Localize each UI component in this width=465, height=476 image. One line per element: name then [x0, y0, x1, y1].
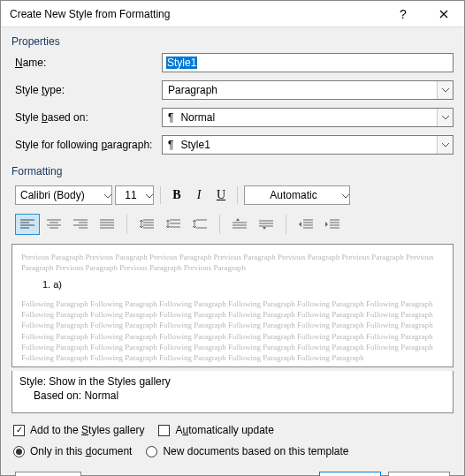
align-center-button[interactable] [42, 214, 66, 235]
new-documents-radio[interactable]: New documents based on this template [146, 445, 348, 457]
following-paragraph-combo[interactable]: ¶Style1 [162, 135, 454, 155]
align-left-icon [20, 219, 34, 230]
align-justify-icon [100, 219, 114, 230]
space-before-dec-button[interactable] [254, 214, 278, 235]
line-spacing-icon [140, 218, 154, 230]
style-description: Style: Show in the Styles gallery Based … [11, 371, 454, 413]
spacing-2-button[interactable] [187, 214, 212, 235]
preview-previous: Previous Paragraph Previous Paragraph Pr… [21, 252, 444, 273]
decrease-indent-icon [299, 218, 313, 230]
spacing-1-button[interactable] [134, 214, 159, 235]
para-space-icon [232, 218, 247, 230]
based-on-combo[interactable]: ¶Normal [162, 108, 454, 127]
add-to-gallery-checkbox[interactable]: ✓ Add to the Styles gallery [13, 424, 144, 436]
only-this-document-radio[interactable]: Only in this document [13, 445, 132, 457]
style-type-combo[interactable]: Paragraph [162, 80, 454, 100]
create-style-dialog: Create New Style from Formatting ? Prope… [0, 0, 465, 476]
chevron-down-icon[interactable] [342, 189, 349, 201]
name-input[interactable]: Style1 [162, 53, 454, 72]
align-center-icon [47, 219, 61, 230]
format-button[interactable]: Format [15, 472, 81, 476]
align-right-button[interactable] [68, 214, 93, 235]
line-spacing-icon [193, 218, 207, 230]
font-combo[interactable]: Calibri (Body) [15, 185, 112, 205]
chevron-down-icon[interactable] [146, 189, 153, 201]
properties-heading: Properties [11, 35, 454, 48]
increase-indent-button[interactable] [320, 214, 345, 235]
align-right-icon [73, 219, 88, 230]
decrease-indent-button[interactable] [293, 214, 318, 235]
chevron-down-icon[interactable] [437, 81, 453, 99]
name-label: Name: [11, 57, 162, 69]
line-spacing-icon [166, 218, 180, 230]
italic-button[interactable]: I [189, 185, 209, 205]
bold-button[interactable]: B [167, 185, 187, 205]
chevron-down-icon[interactable] [437, 109, 453, 126]
font-size-combo[interactable]: 11 [115, 185, 154, 205]
preview-sample: 1. a) [42, 278, 444, 291]
style-type-label: Style type: [11, 84, 162, 96]
chevron-down-icon[interactable] [104, 189, 111, 201]
font-color-combo[interactable]: Automatic [244, 185, 350, 205]
titlebar: Create New Style from Formatting ? [1, 1, 464, 27]
align-left-button[interactable] [15, 214, 40, 235]
preview-pane: Previous Paragraph Previous Paragraph Pr… [11, 244, 454, 367]
spacing-1.5-button[interactable] [161, 214, 186, 235]
preview-following: Following Paragraph Following Paragraph … [21, 298, 444, 363]
increase-indent-icon [325, 218, 339, 230]
dialog-title: Create New Style from Formatting [10, 8, 383, 20]
close-button[interactable] [423, 1, 464, 27]
formatting-heading: Formatting [11, 165, 454, 178]
close-icon [439, 10, 448, 19]
chevron-down-icon[interactable] [437, 136, 453, 154]
cancel-button[interactable]: Cancel [388, 472, 450, 476]
underline-button[interactable]: U [211, 185, 231, 205]
auto-update-checkbox[interactable]: Automatically update [158, 424, 273, 436]
ok-button[interactable]: OK [319, 472, 381, 476]
para-space-icon [259, 218, 273, 230]
space-before-inc-button[interactable] [227, 214, 252, 235]
based-on-label: Style based on: [11, 111, 162, 124]
following-label: Style for following paragraph: [11, 139, 162, 151]
help-button[interactable]: ? [383, 1, 423, 27]
align-justify-button[interactable] [95, 214, 119, 235]
